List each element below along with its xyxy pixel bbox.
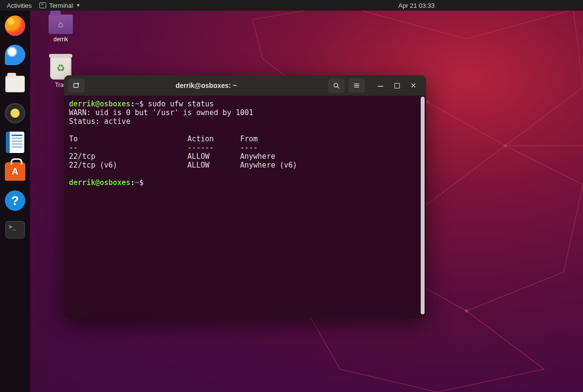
command-1: sudo ufw status [148, 100, 214, 108]
dock-software[interactable] [4, 160, 26, 183]
close-button[interactable]: ✕ [409, 81, 418, 90]
prompt-path: ~ [135, 100, 139, 108]
svg-point-2 [465, 309, 468, 312]
terminal-launcher-icon: >_ [5, 221, 25, 239]
prompt-dollar-2: $ [139, 178, 148, 187]
command-output: WARN: uid is 0 but '/usr' is owned by 10… [69, 108, 297, 170]
new-tab-button[interactable] [68, 78, 85, 93]
panel-clock[interactable]: Apr 21 03:33 [398, 2, 434, 9]
dock-writer[interactable] [4, 131, 26, 153]
home-folder-icon[interactable]: ⌂ derrik [44, 15, 78, 43]
software-icon [5, 162, 25, 181]
app-menu-label: Terminal [49, 2, 73, 9]
maximize-button[interactable] [392, 81, 402, 90]
dock-terminal[interactable]: >_ [4, 219, 26, 241]
top-panel: Activities Terminal ▼ Apr 21 03:33 [0, 0, 583, 11]
prompt-user-2: derrik@osboxes [69, 178, 130, 187]
window-controls: – ✕ [369, 81, 422, 90]
window-title: derrik@osboxes: ~ [88, 82, 324, 89]
minimize-button[interactable]: – [376, 81, 385, 90]
terminal-titlebar[interactable]: derrik@osboxes: ~ – ✕ [64, 75, 426, 96]
firefox-icon [5, 16, 25, 36]
svg-point-0 [426, 101, 429, 103]
new-tab-icon [72, 82, 80, 89]
svg-point-4 [334, 83, 338, 87]
terminal-body[interactable]: derrik@osboxes:~$ sudo ufw status WARN: … [64, 96, 426, 318]
home-glyph-icon: ⌂ [49, 15, 73, 34]
hamburger-icon [353, 82, 360, 89]
activities-button[interactable]: Activities [3, 2, 35, 9]
dock-firefox[interactable] [4, 15, 26, 37]
svg-rect-3 [74, 84, 78, 87]
prompt-path-2: ~ [135, 178, 139, 187]
dock-rhythmbox[interactable] [4, 102, 26, 124]
chevron-down-icon: ▼ [76, 3, 80, 8]
help-icon: ? [5, 190, 25, 211]
terminal-window: derrik@osboxes: ~ – ✕ derrik@osboxes:~$ … [64, 75, 426, 318]
app-menu-button[interactable]: Terminal ▼ [35, 2, 84, 9]
svg-point-1 [504, 144, 507, 147]
hamburger-menu-button[interactable] [348, 78, 365, 93]
files-icon [5, 76, 25, 92]
terminal-scrollbar[interactable] [421, 97, 425, 314]
prompt-user: derrik@osboxes [69, 100, 130, 108]
search-icon [332, 82, 340, 89]
writer-icon [6, 132, 24, 153]
prompt-dollar: $ [139, 100, 148, 108]
thunderbird-icon [5, 45, 25, 65]
rhythmbox-icon [5, 103, 25, 123]
maximize-icon [394, 83, 400, 88]
terminal-icon [39, 2, 46, 8]
search-button[interactable] [328, 78, 344, 93]
dock-thunderbird[interactable] [4, 44, 26, 66]
home-folder-label: derrik [53, 36, 68, 43]
dock: ? >_ [0, 11, 30, 392]
dock-help[interactable]: ? [4, 189, 26, 212]
dock-files[interactable] [4, 73, 26, 95]
